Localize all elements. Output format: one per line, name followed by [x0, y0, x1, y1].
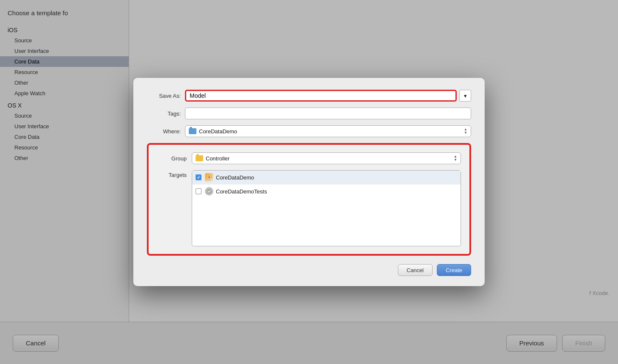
group-folder-icon: [196, 155, 203, 161]
dialog-create-button[interactable]: Create: [437, 264, 471, 276]
dialog-buttons: Cancel Create: [147, 264, 471, 276]
tags-row: Tags:: [147, 108, 471, 119]
tags-input[interactable]: [185, 108, 471, 119]
group-row: Group Controller ▲ ▼: [157, 152, 461, 164]
target-name-2: CoreDataDemoTests: [216, 188, 267, 195]
target-row-2[interactable]: CoreDataDemoTests: [192, 185, 461, 198]
where-label: Where:: [147, 128, 181, 135]
group-arrows: ▲ ▼: [454, 155, 457, 162]
save-as-label: Save As:: [147, 93, 181, 99]
targets-section: Targets ✓: [157, 170, 461, 246]
xcode-icon-shape: [205, 173, 213, 182]
folder-icon: [189, 128, 196, 134]
targets-label: Targets: [157, 170, 187, 178]
checkmark-icon: ✓: [197, 175, 200, 180]
arrow-down-icon: ▼: [464, 131, 467, 135]
tests-icon: [205, 187, 213, 196]
where-row: Where: CoreDataDemo ▲ ▼: [147, 125, 471, 137]
save-as-input[interactable]: [185, 90, 457, 102]
dialog-overlay: Save As: ▾ Tags: Where: CoreDataDemo: [0, 0, 618, 364]
targets-list: ✓: [192, 170, 461, 246]
dialog: Save As: ▾ Tags: Where: CoreDataDemo: [133, 78, 485, 286]
main-window: Choose a template fo iOS Source User Int…: [0, 0, 618, 364]
group-select[interactable]: Controller ▲ ▼: [192, 152, 461, 164]
xcode-app-icon: [205, 173, 213, 182]
where-arrows: ▲ ▼: [464, 128, 467, 135]
target-name-1: CoreDataDemo: [216, 174, 254, 181]
target-row-1[interactable]: ✓: [192, 171, 461, 185]
dialog-cancel-button[interactable]: Cancel: [398, 264, 433, 276]
group-arrow-down-icon: ▼: [454, 158, 457, 162]
where-value: CoreDataDemo: [199, 128, 237, 135]
where-select[interactable]: CoreDataDemo ▲ ▼: [185, 125, 471, 137]
tags-label: Tags:: [147, 110, 181, 117]
chevron-down-icon: ▾: [464, 93, 467, 99]
group-value: Controller: [206, 155, 229, 162]
save-as-row: Save As: ▾: [147, 90, 471, 102]
target-checkbox-2[interactable]: [196, 188, 201, 194]
group-label: Group: [157, 155, 187, 162]
group-targets-box: Group Controller ▲ ▼ Targets: [147, 143, 471, 256]
target-checkbox-1[interactable]: ✓: [196, 174, 201, 180]
save-as-dropdown-btn[interactable]: ▾: [459, 90, 471, 102]
